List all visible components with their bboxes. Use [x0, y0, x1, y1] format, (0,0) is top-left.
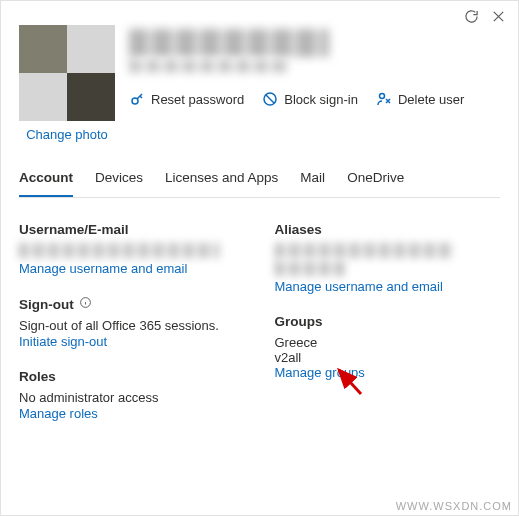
alias-value-2: [275, 261, 345, 276]
tab-account[interactable]: Account: [19, 170, 73, 197]
avatar: [19, 25, 115, 121]
manage-groups-link[interactable]: Manage groups: [275, 365, 501, 380]
svg-point-2: [379, 94, 384, 99]
username-value: [19, 243, 219, 258]
signout-desc: Sign-out of all Office 365 sessions.: [19, 318, 245, 333]
display-subname: [129, 59, 289, 73]
alias-value-1: [275, 243, 455, 258]
tab-licenses[interactable]: Licenses and Apps: [165, 170, 278, 197]
username-heading: Username/E-mail: [19, 222, 245, 237]
section-aliases: Aliases Manage username and email: [275, 222, 501, 294]
roles-desc: No administrator access: [19, 390, 245, 405]
tab-onedrive[interactable]: OneDrive: [347, 170, 404, 197]
manage-username-link[interactable]: Manage username and email: [19, 261, 245, 276]
groups-heading: Groups: [275, 314, 501, 329]
watermark: WWW.WSXDN.COM: [396, 500, 512, 512]
manage-roles-link[interactable]: Manage roles: [19, 406, 245, 421]
refresh-icon[interactable]: [464, 9, 479, 27]
tabs: Account Devices Licenses and Apps Mail O…: [19, 170, 500, 198]
tab-devices[interactable]: Devices: [95, 170, 143, 197]
initiate-signout-link[interactable]: Initiate sign-out: [19, 334, 245, 349]
section-signout: Sign-out Sign-out of all Office 365 sess…: [19, 296, 245, 349]
reset-password-button[interactable]: Reset password: [129, 91, 244, 107]
aliases-heading: Aliases: [275, 222, 501, 237]
section-groups: Groups Greece v2all Manage groups: [275, 314, 501, 380]
group-item-1: v2all: [275, 350, 501, 365]
delete-user-button[interactable]: Delete user: [376, 91, 464, 107]
close-icon[interactable]: [491, 9, 506, 27]
section-roles: Roles No administrator access Manage rol…: [19, 369, 245, 421]
roles-heading: Roles: [19, 369, 245, 384]
delete-user-label: Delete user: [398, 92, 464, 107]
reset-password-label: Reset password: [151, 92, 244, 107]
group-item-0: Greece: [275, 335, 501, 350]
block-signin-button[interactable]: Block sign-in: [262, 91, 358, 107]
display-name: [129, 29, 329, 57]
tab-mail[interactable]: Mail: [300, 170, 325, 197]
info-icon[interactable]: [79, 296, 92, 312]
manage-alias-link[interactable]: Manage username and email: [275, 279, 501, 294]
signout-heading: Sign-out: [19, 297, 74, 312]
block-signin-label: Block sign-in: [284, 92, 358, 107]
change-photo-link[interactable]: Change photo: [26, 127, 108, 142]
section-username: Username/E-mail Manage username and emai…: [19, 222, 245, 276]
